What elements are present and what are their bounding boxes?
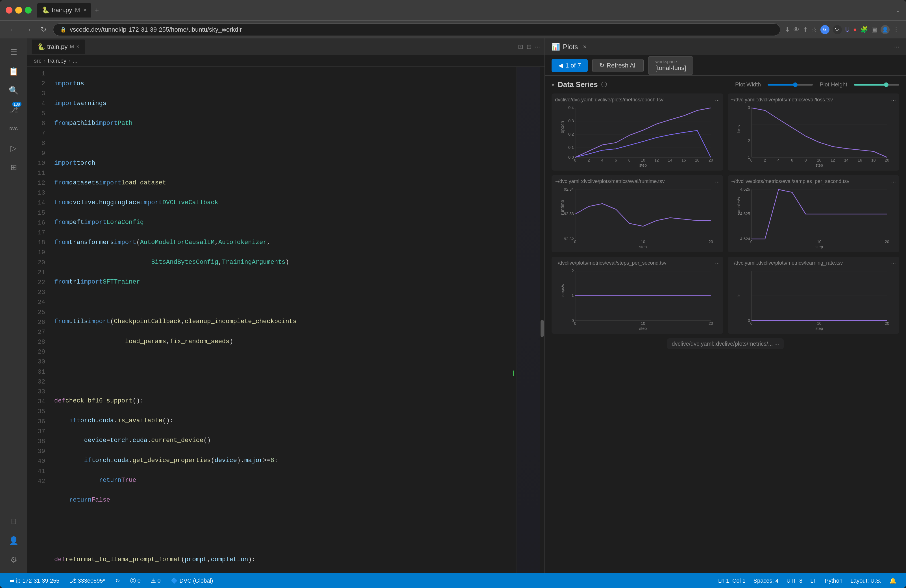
- download-icon[interactable]: ⬇: [785, 26, 790, 33]
- activity-item-extensions[interactable]: ⊞: [5, 158, 22, 176]
- status-git[interactable]: ⎇ 333e0595*: [67, 576, 108, 585]
- status-layout[interactable]: Layout: U.S.: [847, 576, 884, 585]
- traffic-lights: [6, 7, 32, 14]
- scrollbar[interactable]: [540, 67, 544, 573]
- code-editor[interactable]: 1234 5678 9101112 13141516 17181920 2122…: [27, 67, 544, 573]
- code-text[interactable]: import os import warnings from pathlib i…: [50, 67, 516, 573]
- chart-loss-more[interactable]: ···: [891, 97, 896, 104]
- extension4-icon: ●: [853, 26, 857, 33]
- chart-epoch: dvclive/dvc.yaml::dvclive/plots/metrics/…: [552, 94, 723, 171]
- svg-text:0.0: 0.0: [568, 155, 574, 159]
- puzzle-icon[interactable]: 🧩: [860, 26, 868, 33]
- chart-runtime-container: runtime 92.32 92.33 92.34 0 10 20 step: [555, 187, 720, 249]
- status-lf[interactable]: LF: [807, 576, 820, 585]
- status-warnings[interactable]: ⚠ 0: [148, 576, 164, 585]
- svg-text:step: step: [815, 163, 823, 167]
- menu-icon[interactable]: ⋮: [893, 26, 899, 33]
- activity-item-run[interactable]: ▷: [5, 139, 22, 157]
- chart-sps-more[interactable]: ···: [891, 178, 896, 185]
- status-language[interactable]: Python: [822, 576, 845, 585]
- layout-icon[interactable]: ▣: [871, 26, 877, 33]
- activity-item-account[interactable]: 👤: [5, 532, 22, 550]
- tab-nav-chevron[interactable]: ⌄: [895, 6, 900, 14]
- more-actions-icon[interactable]: ···: [535, 43, 540, 51]
- plots-close-button[interactable]: ×: [583, 43, 587, 51]
- plot-width-thumb[interactable]: [793, 83, 798, 87]
- svg-text:20: 20: [708, 239, 713, 244]
- status-bell[interactable]: 🔔: [887, 576, 899, 585]
- layout-icon[interactable]: ⊟: [526, 43, 531, 51]
- reload-button[interactable]: ↻: [38, 25, 49, 35]
- activity-item-menu[interactable]: ☰: [5, 43, 22, 61]
- dvc-icon: DVC: [9, 126, 18, 131]
- share-icon[interactable]: ⬆: [803, 26, 808, 33]
- chart-steps-per-second: ~/dvclive/plots/metrics/eval/steps_per_s…: [552, 257, 723, 334]
- status-errors[interactable]: ⓪ 0: [128, 576, 144, 586]
- refresh-all-button[interactable]: ↻ Refresh All: [592, 59, 644, 72]
- chart-stps-more[interactable]: ···: [715, 260, 720, 267]
- back-button[interactable]: ←: [7, 25, 18, 35]
- svg-text:12: 12: [654, 158, 659, 163]
- pagination-button[interactable]: ◀ 1 of 7: [552, 59, 588, 72]
- plot-height-slider[interactable]: [854, 84, 899, 86]
- activity-item-settings[interactable]: ⚙: [5, 551, 22, 569]
- chart-lr-more[interactable]: ···: [891, 260, 896, 267]
- forward-button[interactable]: →: [22, 25, 34, 35]
- editor-tab-active[interactable]: 🐍 train.py M ×: [37, 3, 91, 18]
- editor-tab-close[interactable]: ×: [76, 44, 79, 50]
- status-encoding[interactable]: UTF-8: [784, 576, 806, 585]
- chart-epoch-more[interactable]: ···: [715, 97, 720, 104]
- browser-actions: ⬇ 👁 ⬆ ☆ G 🛡 U ● 🧩 ▣ 👤 ⋮: [785, 25, 899, 34]
- plot-width-slider[interactable]: [767, 84, 813, 86]
- more-charts-label: dvclive/dvc.yaml::dvclive/plots/metrics/…: [667, 338, 783, 349]
- code-line-10: BitsAndBytesConfig, TrainingArguments): [50, 257, 516, 267]
- svg-text:14: 14: [668, 158, 672, 163]
- code-line-1: import os: [50, 79, 516, 89]
- url-bar[interactable]: 🔒 vscode.dev/tunnel/ip-172-31-39-255/hom…: [53, 24, 780, 36]
- close-button[interactable]: [6, 7, 13, 14]
- breadcrumb-file[interactable]: train.py: [48, 57, 66, 64]
- status-remote[interactable]: ⇌ ip-172-31-39-255: [7, 576, 62, 585]
- activity-item-search[interactable]: 🔍: [5, 81, 22, 99]
- section-chevron-icon[interactable]: ▾: [552, 81, 554, 88]
- status-ln-col[interactable]: Ln 1, Col 1: [715, 576, 748, 585]
- chart-stps-container: steps/s 0 1 2 0 10 20 step: [555, 268, 720, 330]
- plots-more-button[interactable]: ···: [894, 43, 899, 51]
- eye-icon[interactable]: 👁: [793, 26, 799, 33]
- minimize-button[interactable]: [15, 7, 22, 14]
- breadcrumb-context[interactable]: ...: [73, 57, 78, 64]
- git-badge: 139: [12, 102, 21, 107]
- split-editor-icon[interactable]: ⊡: [518, 43, 523, 51]
- section-title-label: Data Series: [558, 80, 598, 89]
- code-line-6: from datasets import load_dataset: [50, 178, 516, 188]
- svg-text:0.1: 0.1: [568, 145, 574, 150]
- status-spaces[interactable]: Spaces: 4: [751, 576, 782, 585]
- plots-content[interactable]: ▾ Data Series ⓘ Plot Width Plot Height: [545, 76, 906, 573]
- chart-learning-rate: ~/dvc.yaml::dvclive/plots/metrics/learni…: [728, 257, 900, 334]
- addressbar: ← → ↻ 🔒 vscode.dev/tunnel/ip-172-31-39-2…: [0, 20, 906, 38]
- status-dvc[interactable]: 🔷 DVC (Global): [168, 576, 216, 585]
- git-branch-label: 333e0595*: [78, 578, 105, 584]
- activity-item-remote[interactable]: 🖥: [5, 512, 22, 531]
- scroll-thumb[interactable]: [541, 320, 544, 337]
- workspace-button[interactable]: workspace [tonal-funs]: [648, 56, 693, 75]
- svg-text:16: 16: [681, 158, 686, 163]
- editor-tab-label: train.py: [47, 43, 67, 51]
- breadcrumb-sep2: ›: [69, 57, 70, 64]
- editor-tab-train-py[interactable]: 🐍 train.py M ×: [32, 40, 85, 54]
- plot-height-thumb[interactable]: [884, 83, 888, 87]
- status-sync[interactable]: ↻: [112, 576, 123, 585]
- activity-item-explorer[interactable]: 📋: [5, 62, 22, 80]
- bookmark-icon[interactable]: ☆: [811, 26, 817, 33]
- activity-item-dvc[interactable]: DVC: [5, 120, 22, 138]
- chart-runtime-more[interactable]: ···: [715, 178, 720, 185]
- svg-text:2: 2: [588, 158, 590, 163]
- tab-close-button[interactable]: ×: [83, 7, 86, 13]
- new-tab-button[interactable]: +: [92, 6, 102, 14]
- activity-item-git[interactable]: ⎇ 139: [5, 100, 22, 119]
- breadcrumb-src[interactable]: src: [34, 57, 41, 64]
- profile-icon[interactable]: 👤: [880, 25, 890, 34]
- svg-text:1: 1: [748, 155, 750, 159]
- editor-area: 🐍 train.py M × ⊡ ⊟ ··· src › train.py › …: [27, 38, 544, 573]
- maximize-button[interactable]: [25, 7, 32, 14]
